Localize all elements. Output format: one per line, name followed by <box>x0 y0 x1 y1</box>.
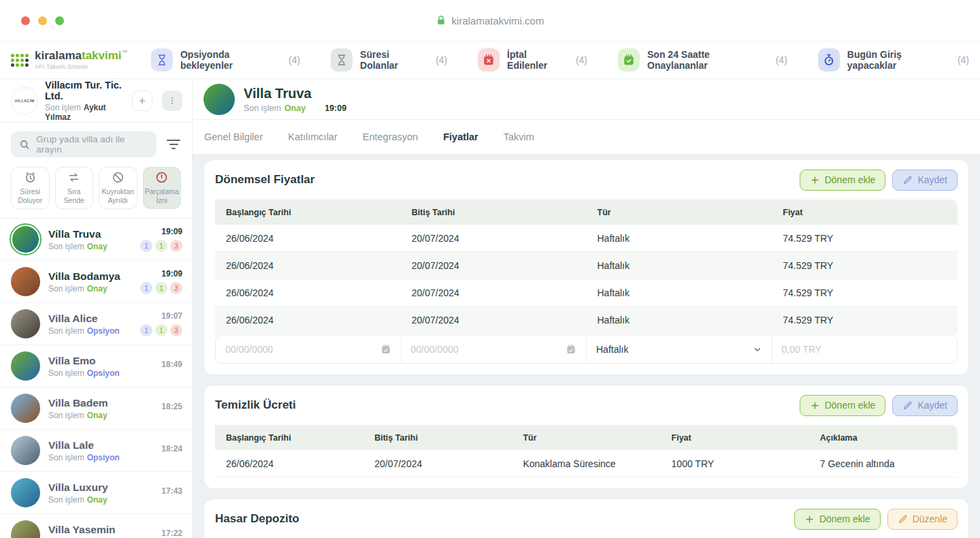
pencil-icon <box>898 514 908 524</box>
villa-last-action: Son işlemOnay <box>48 411 153 420</box>
status-filter-chip[interactable]: İptal Edilenler (4) <box>478 48 587 72</box>
count-badge: 1 <box>155 324 167 336</box>
status-filter-chip[interactable]: Opsiyonda bekleyenler (4) <box>151 48 300 72</box>
add-period-button[interactable]: Dönem ekle <box>800 395 886 416</box>
villa-time: 18:49 <box>161 360 182 369</box>
logo-dots-icon <box>11 54 29 67</box>
detail-tab[interactable]: Katılımcılar <box>288 131 338 142</box>
cell-start-date: 26/06/2024 <box>215 279 401 306</box>
section-title: Dönemsel Fiyatlar <box>215 173 314 187</box>
villa-time: 17:22 <box>161 528 182 538</box>
cell-type: Haftalık <box>587 225 772 252</box>
add-company-button[interactable] <box>132 91 152 111</box>
company-menu-button[interactable] <box>162 91 182 111</box>
cell-type: Haftalık <box>587 252 772 279</box>
stopwatch-icon <box>818 48 840 72</box>
villa-status: Onay <box>87 411 108 420</box>
villa-time: 18:25 <box>161 402 182 411</box>
status-filter-chip[interactable]: Bugün Giriş yapacaklar (4) <box>818 48 969 72</box>
table-row[interactable]: 26/06/2024 20/07/2024 Konaklama Süresinc… <box>215 450 958 477</box>
detail-tab[interactable]: Entegrasyon <box>363 131 418 142</box>
quick-filter-button[interactable]: KuyruktanAyrıldı <box>99 167 137 209</box>
villa-last-action: Son işlemOpsiyon <box>48 326 132 336</box>
hourglass-icon <box>331 48 353 72</box>
villa-time: 19:09 <box>140 269 182 279</box>
villa-list-item[interactable]: Villa Lale Son işlemOpsiyon 18:24 <box>0 430 192 472</box>
detail-tab[interactable]: Takvim <box>504 131 534 142</box>
app-logo[interactable]: kiralamatakvimi™ API Takvim Sistemi <box>11 50 151 70</box>
end-date-input[interactable]: 00/00/0000 <box>402 335 587 363</box>
close-button[interactable] <box>21 16 30 25</box>
list-filter-button[interactable] <box>166 140 181 149</box>
lock-icon <box>436 16 446 26</box>
pencil-icon <box>902 400 913 411</box>
price-input[interactable]: 0,00 TRY <box>772 335 958 363</box>
quick-filter-button[interactable]: SüresiDoluyor <box>11 167 50 209</box>
calendar-icon[interactable] <box>566 344 576 355</box>
cell-description: 7 Gecenin altında <box>809 450 958 477</box>
chip-label: Bugün Giriş yapacaklar <box>847 49 947 71</box>
villa-list-item[interactable]: Villa Alice Son işlemOpsiyon 19:07 113 <box>0 303 192 345</box>
chip-count: (4) <box>958 54 969 65</box>
start-date-input[interactable]: 00/00/0000 <box>216 335 402 363</box>
villa-list-item[interactable]: Villa Emo Son işlemOpsiyon 18:49 <box>0 345 192 387</box>
calendar-icon[interactable] <box>380 344 391 355</box>
quick-filter-button[interactable]: Parçalamaİzni <box>143 167 182 209</box>
villa-status: Onay <box>87 284 108 294</box>
damage-deposit-card: Hasar Depozito Dönem ekle Düzenle <box>203 499 969 538</box>
villa-status: Opsiyon <box>87 326 120 336</box>
add-period-button[interactable]: Dönem ekle <box>794 509 881 530</box>
alarm-clock-icon <box>24 171 37 184</box>
count-badge: 1 <box>155 240 167 252</box>
villa-list-item[interactable]: Villa Badem Son işlemOnay 18:25 <box>0 387 192 430</box>
villa-avatar <box>11 520 40 538</box>
status-filter-bar: Opsiyonda bekleyenler (4) Süresi Dolanla… <box>151 48 969 72</box>
villa-list-item[interactable]: Villa Luxury Son işlemOnay 17:43 <box>0 472 192 514</box>
table-row[interactable]: 26/06/2024 20/07/2024 Haftalık 74.529 TR… <box>215 225 958 252</box>
villa-status: Onay <box>87 495 108 505</box>
villa-name: Villa Luxury <box>48 481 153 494</box>
column-header: Bitiş Tarihi <box>363 425 512 450</box>
company-last-action: Son işlemAykut Yılmaz <box>45 103 125 122</box>
cell-start-date: 26/06/2024 <box>215 306 401 334</box>
cell-price: 74.529 TRY <box>772 225 958 252</box>
column-header: Başlangıç Tarihi <box>215 425 363 450</box>
villa-avatar <box>11 394 40 423</box>
save-button[interactable]: Kaydet <box>892 395 958 416</box>
table-row[interactable]: 26/06/2024 20/07/2024 Haftalık 74.529 TR… <box>215 252 958 279</box>
cell-type: Haftalık <box>587 306 772 334</box>
villa-list-item[interactable]: Villa Bodamya Son işlemOnay 19:09 113 <box>0 261 192 303</box>
edit-button[interactable]: Düzenle <box>887 509 958 530</box>
url-text: kiralamatakvimi.com <box>452 15 544 27</box>
address-bar[interactable]: kiralamatakvimi.com <box>436 15 544 27</box>
maximize-button[interactable] <box>55 16 64 25</box>
table-row[interactable]: 26/06/2024 20/07/2024 Haftalık 74.529 TR… <box>215 279 958 306</box>
status-filter-chip[interactable]: Son 24 Saatte Onaylananlar (4) <box>618 48 787 72</box>
villa-name: Villa Bodamya <box>48 270 132 283</box>
count-badge: 1 <box>155 282 167 294</box>
brand-right: takvimi <box>82 49 122 62</box>
villa-list-item[interactable]: Villa Truva Son işlemOnay 19:09 113 <box>0 219 192 261</box>
column-header: Fiyat <box>772 200 958 225</box>
villa-avatar <box>11 351 40 381</box>
villa-search-input[interactable]: Grup yada villa adı ile arayın <box>11 131 157 157</box>
chip-count: (4) <box>289 54 300 65</box>
add-period-button[interactable]: Dönem ekle <box>800 170 886 191</box>
pencil-icon <box>902 175 913 185</box>
minimize-button[interactable] <box>38 16 47 25</box>
quick-filter-label: SüresiDoluyor <box>18 187 42 204</box>
cell-price: 1000 TRY <box>661 450 809 477</box>
calendar-x-icon <box>478 48 500 72</box>
quick-filter-button[interactable]: SıraSende <box>55 167 94 209</box>
villa-avatar <box>11 225 40 254</box>
detail-tab[interactable]: Genel Bilgiler <box>204 131 263 142</box>
type-select[interactable]: Haftalık <box>587 335 772 363</box>
sidebar: VILLACIM Villacım Tur. Tic. Ltd. Son işl… <box>0 79 193 538</box>
table-row[interactable]: 26/06/2024 20/07/2024 Haftalık 74.529 TR… <box>215 306 958 334</box>
status-filter-chip[interactable]: Süresi Dolanlar (4) <box>331 48 447 72</box>
cell-end-date: 20/07/2024 <box>401 252 587 279</box>
chip-label: Son 24 Saatte Onaylananlar <box>647 49 766 71</box>
villa-list-item[interactable]: Villa Yasemin Son işlemRed 17:22 <box>0 514 192 538</box>
save-button[interactable]: Kaydet <box>892 170 958 191</box>
detail-tab[interactable]: Fiyatlar <box>443 131 478 142</box>
